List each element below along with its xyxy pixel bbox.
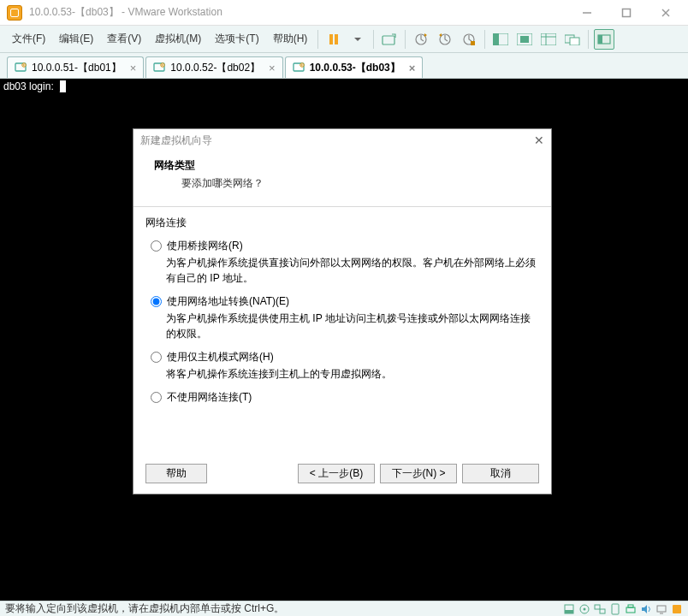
svg-rect-42 (628, 605, 633, 607)
new-vm-wizard-dialog: 新建虚拟机向导 ✕ 网络类型 要添加哪类网络？ 网络连接 使用桥接网络(R) 为… (133, 128, 552, 495)
radio-none-label[interactable]: 不使用网络连接(T) (167, 390, 252, 405)
tab-db03[interactable]: 10.0.0.53-【db03】 × (285, 56, 424, 78)
svg-rect-1 (623, 9, 631, 16)
radio-bridged[interactable] (151, 240, 162, 252)
menu-file[interactable]: 文件(F) (5, 28, 52, 50)
sound-icon[interactable] (639, 602, 652, 615)
svg-rect-13 (471, 41, 475, 45)
tab-db02[interactable]: 10.0.0.52-【db02】 × (145, 56, 282, 78)
cursor: _ (60, 80, 66, 92)
separator (373, 30, 374, 49)
vm-icon (153, 62, 165, 74)
separator (317, 30, 318, 49)
separator (484, 30, 485, 49)
view-fit-icon[interactable] (490, 29, 511, 50)
printer-icon[interactable] (624, 602, 637, 615)
disk-icon[interactable] (562, 602, 575, 615)
dialog-heading: 网络类型 (154, 158, 531, 173)
message-icon[interactable] (670, 602, 683, 615)
network-icon[interactable] (593, 602, 606, 615)
menu-bar: 文件(F) 编辑(E) 查看(V) 虚拟机(M) 选项卡(T) 帮助(H) (0, 26, 688, 53)
dialog-body: 网络连接 使用桥接网络(R) 为客户机操作系统提供直接访问外部以太网网络的权限。… (133, 207, 551, 415)
window-title: 10.0.0.53-【db03】 - VMware Workstation (29, 5, 575, 20)
next-button[interactable]: 下一步(N) > (380, 464, 457, 483)
menu-edit[interactable]: 编辑(E) (52, 28, 100, 50)
cancel-button[interactable]: 取消 (462, 464, 539, 483)
close-tab-icon[interactable]: × (269, 62, 276, 74)
radio-nat-label[interactable]: 使用网络地址转换(NAT)(E) (167, 294, 289, 309)
dialog-header: 网络类型 要添加哪类网络？ (133, 151, 551, 207)
title-bar: 10.0.0.53-【db03】 - VMware Workstation (0, 0, 688, 26)
section-label: 网络连接 (145, 216, 539, 230)
close-button[interactable] (654, 4, 678, 21)
svg-rect-4 (329, 34, 333, 44)
svg-rect-35 (565, 610, 573, 613)
view-fullscreen-icon[interactable] (538, 29, 559, 50)
dialog-close-icon[interactable]: ✕ (534, 133, 544, 147)
terminal-prompt: db03 login: (3, 80, 54, 92)
snapshot-manager-icon[interactable] (459, 29, 479, 50)
dialog-titlebar: 新建虚拟机向导 ✕ (133, 129, 551, 151)
radio-hostonly[interactable] (151, 352, 162, 363)
svg-rect-17 (520, 36, 529, 43)
radio-hostonly-desc: 将客户机操作系统连接到主机上的专用虚拟网络。 (166, 366, 539, 382)
dialog-footer: 帮助 < 上一步(B) 下一步(N) > 取消 (145, 464, 539, 483)
vm-icon (293, 62, 305, 74)
view-console-icon[interactable] (514, 29, 535, 50)
cdrom-icon[interactable] (578, 602, 590, 615)
view-library-icon[interactable] (594, 29, 614, 50)
snapshot-icon[interactable] (411, 29, 431, 50)
menu-view[interactable]: 查看(V) (100, 28, 148, 50)
radio-nat-desc: 为客户机操作系统提供使用主机 IP 地址访问主机拨号连接或外部以太网网络连接的权… (166, 311, 539, 341)
vm-icon (15, 62, 27, 74)
pause-icon[interactable] (323, 29, 344, 50)
svg-rect-7 (383, 36, 394, 44)
radio-hostonly-label[interactable]: 使用仅主机模式网络(H) (167, 350, 274, 364)
radio-none[interactable] (151, 392, 162, 403)
radio-bridged-label[interactable]: 使用桥接网络(R) (167, 239, 243, 253)
status-tray (562, 602, 683, 615)
view-unity-icon[interactable] (562, 29, 583, 50)
separator (405, 30, 406, 49)
status-text: 要将输入定向到该虚拟机，请在虚拟机内部单击或按 Ctrl+G。 (5, 601, 284, 616)
radio-nat[interactable] (151, 296, 162, 307)
tab-label: 10.0.0.51-【db01】 (32, 61, 122, 75)
tab-label: 10.0.0.53-【db03】 (310, 61, 400, 75)
svg-rect-22 (570, 38, 579, 45)
usb-icon[interactable] (608, 602, 621, 615)
status-bar: 要将输入定向到该虚拟机，请在虚拟机内部单击或按 Ctrl+G。 (0, 601, 688, 616)
svg-point-37 (583, 607, 585, 610)
close-tab-icon[interactable]: × (409, 62, 416, 74)
menu-vm[interactable]: 虚拟机(M) (148, 28, 208, 50)
back-button[interactable]: < 上一步(B) (298, 464, 375, 483)
send-keys-icon[interactable] (379, 29, 400, 50)
separator (588, 30, 589, 49)
svg-marker-43 (642, 605, 647, 613)
dialog-title: 新建虚拟机向导 (140, 133, 212, 148)
svg-rect-15 (493, 33, 499, 45)
tab-bar: 10.0.0.51-【db01】 × 10.0.0.52-【db02】 × 10… (0, 53, 688, 79)
minimize-button[interactable] (575, 4, 599, 21)
dialog-subheading: 要添加哪类网络？ (181, 176, 531, 191)
svg-marker-6 (354, 38, 361, 41)
svg-rect-46 (673, 605, 681, 613)
svg-rect-18 (541, 33, 556, 45)
svg-rect-24 (598, 35, 602, 44)
tab-db01[interactable]: 10.0.0.51-【db01】 × (7, 56, 144, 78)
maximize-button[interactable] (614, 4, 638, 21)
svg-rect-39 (600, 609, 605, 613)
help-button[interactable]: 帮助 (145, 464, 207, 483)
dropdown-icon[interactable] (347, 29, 368, 50)
close-tab-icon[interactable]: × (130, 62, 137, 74)
tab-label: 10.0.0.52-【db02】 (170, 61, 260, 75)
app-logo-icon (7, 5, 22, 21)
svg-rect-44 (657, 606, 666, 612)
menu-tabs[interactable]: 选项卡(T) (208, 28, 265, 50)
svg-rect-38 (595, 605, 600, 609)
display-icon[interactable] (655, 602, 667, 615)
svg-rect-40 (612, 604, 619, 614)
radio-bridged-desc: 为客户机操作系统提供直接访问外部以太网网络的权限。客户机在外部网络上必须有自己的… (166, 255, 539, 286)
menu-help[interactable]: 帮助(H) (266, 28, 315, 50)
revert-icon[interactable] (435, 29, 455, 50)
svg-rect-41 (626, 607, 635, 613)
